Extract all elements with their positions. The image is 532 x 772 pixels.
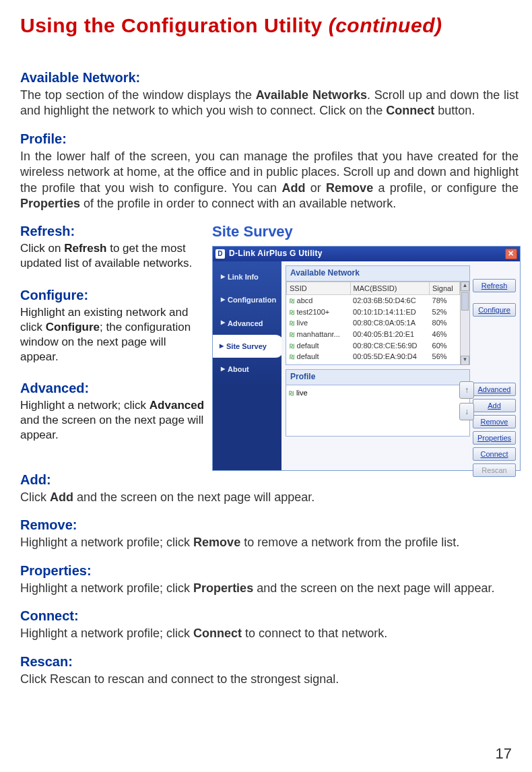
- network-icon: ₪: [290, 331, 295, 340]
- title-continued: (continued): [329, 14, 442, 36]
- col-signal[interactable]: Signal: [430, 282, 460, 294]
- table-row[interactable]: ₪ test2100+00:10:1D:14:11:ED52%: [287, 307, 460, 318]
- profile-title: Profile: [286, 370, 469, 385]
- para-profile: In the lower half of the screen, you can…: [20, 149, 519, 212]
- table-row[interactable]: ₪ default00:80:C8:CE:56:9D60%: [287, 340, 460, 352]
- chevron-right-icon: ▶: [220, 343, 224, 350]
- col-mac[interactable]: MAC(BSSID): [350, 282, 429, 294]
- chevron-right-icon: ▶: [221, 319, 225, 326]
- para-remove: Highlight a network profile; click Remov…: [20, 535, 519, 550]
- network-icon: ₪: [290, 354, 295, 362]
- move-down-button[interactable]: ↓: [459, 403, 474, 420]
- heading-available-network: Available Network:: [20, 69, 519, 86]
- utility-window: D D-Link AirPlus G Utility ✕ ▶Link Info …: [212, 246, 521, 471]
- table-row[interactable]: ₪ live00:80:C8:0A:05:1A80%: [287, 317, 460, 329]
- para-refresh: Click on Refresh to get the most updated…: [20, 241, 205, 271]
- chevron-right-icon: ▶: [221, 296, 225, 303]
- sidebar: ▶Link Info ▶Configuration ▶Advanced ▶Sit…: [213, 261, 281, 470]
- properties-button[interactable]: Properties: [473, 431, 516, 445]
- col-ssid[interactable]: SSID: [287, 282, 351, 294]
- para-connect: Highlight a network profile; click Conne…: [20, 626, 519, 641]
- heading-properties: Properties:: [20, 562, 519, 579]
- profile-reorder-controls: ↑ ↓: [459, 381, 474, 420]
- available-network-title: Available Network: [286, 266, 469, 282]
- heading-connect: Connect:: [20, 607, 519, 624]
- table-row[interactable]: ₪ default00:05:5D:EA:90:D456%: [287, 351, 460, 362]
- para-rescan: Click Rescan to rescan and connect to th…: [20, 672, 519, 687]
- heading-add: Add:: [20, 471, 519, 488]
- configure-button[interactable]: Configure: [473, 303, 516, 317]
- table-row[interactable]: ₪ abcd02:03:6B:50:D4:6C78%: [287, 294, 460, 306]
- advanced-button[interactable]: Advanced: [473, 383, 516, 396]
- refresh-button[interactable]: Refresh: [473, 279, 516, 292]
- network-table: SSID MAC(BSSID) Signal ₪ abcd02:03:6B:50…: [286, 282, 460, 365]
- para-add: Click Add and the screen on the next pag…: [20, 490, 519, 505]
- heading-configure: Configure:: [20, 286, 205, 304]
- heading-refresh: Refresh:: [20, 222, 205, 240]
- connect-button[interactable]: Connect: [473, 447, 516, 461]
- close-button[interactable]: ✕: [505, 249, 517, 259]
- scroll-up-icon[interactable]: ▲: [461, 282, 469, 291]
- button-group-bottom: Advanced Add Remove Properties Connect R…: [473, 383, 516, 477]
- page-number: 17: [496, 744, 512, 764]
- app-icon: D: [215, 249, 225, 259]
- para-advanced: Highlight a network; click Advanced and …: [20, 398, 205, 443]
- button-group-top: Refresh Configure: [473, 279, 516, 317]
- table-row[interactable]: ₪ 900AP+00:40:05:B1:2D:4534%: [287, 362, 460, 365]
- list-item[interactable]: ₪ live: [289, 388, 467, 398]
- network-icon: ₪: [290, 298, 295, 306]
- sidebar-item-linkinfo[interactable]: ▶Link Info: [213, 265, 281, 288]
- heading-advanced: Advanced:: [20, 379, 205, 397]
- rescan-button[interactable]: Rescan: [473, 463, 516, 477]
- page-title: Using the Configuration Utility (continu…: [20, 12, 519, 38]
- network-icon: ₪: [289, 390, 294, 398]
- title-main: Using the Configuration Utility: [20, 14, 329, 36]
- scroll-down-icon[interactable]: ▼: [461, 356, 469, 365]
- window-title: D-Link AirPlus G Utility: [229, 249, 323, 259]
- window-titlebar: D D-Link AirPlus G Utility ✕: [213, 247, 520, 261]
- chevron-right-icon: ▶: [221, 274, 225, 280]
- remove-button[interactable]: Remove: [473, 415, 516, 428]
- network-icon: ₪: [290, 309, 295, 317]
- chevron-right-icon: ▶: [221, 366, 225, 373]
- vertical-scrollbar[interactable]: ▲ ▼: [460, 282, 469, 365]
- available-network-panel: Available Network SSID MAC(BSSID): [286, 265, 470, 365]
- screenshot-label: Site Survey: [212, 222, 521, 242]
- profile-panel: Profile ₪ live: [286, 369, 470, 437]
- table-row[interactable]: ₪ manhattanr...00:40:05:B1:20:E146%: [287, 329, 460, 340]
- network-icon: ₪: [290, 343, 295, 351]
- heading-rescan: Rescan:: [20, 653, 519, 670]
- sidebar-item-about[interactable]: ▶About: [213, 358, 281, 381]
- para-properties: Highlight a network profile; click Prope…: [20, 581, 519, 596]
- network-icon: ₪: [290, 320, 295, 328]
- move-up-button[interactable]: ↑: [459, 381, 474, 399]
- sidebar-item-sitesurvey[interactable]: ▶Site Survey: [213, 335, 284, 358]
- add-button[interactable]: Add: [473, 399, 516, 412]
- sidebar-item-advanced[interactable]: ▶Advanced: [213, 312, 281, 335]
- scrollbar-thumb[interactable]: [461, 292, 469, 311]
- para-available-network: The top section of the window displays t…: [20, 88, 519, 119]
- para-configure: Highlight an existing network and click …: [20, 305, 205, 364]
- sidebar-item-configuration[interactable]: ▶Configuration: [213, 288, 281, 311]
- heading-remove: Remove:: [20, 516, 519, 534]
- heading-profile: Profile:: [20, 130, 519, 148]
